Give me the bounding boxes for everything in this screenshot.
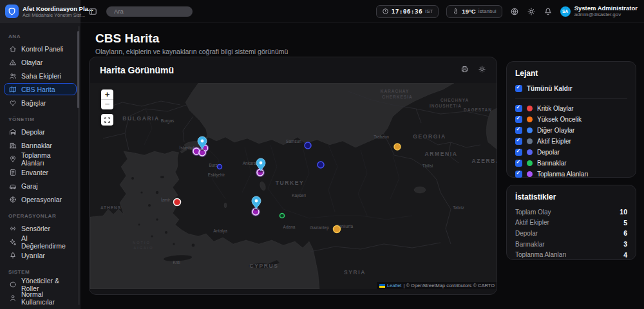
stat-value: 6 <box>623 229 627 237</box>
sidebar-item-garaj[interactable]: Garaj <box>4 180 77 192</box>
sidebar-item-sens-rler[interactable]: Sensörler <box>4 222 77 234</box>
map-label: ARMENIA <box>425 151 458 157</box>
map-card-title: Harita Görünümü <box>100 65 174 75</box>
legend-item[interactable]: Aktif Ekipler <box>515 136 627 146</box>
zoom-out-button[interactable]: − <box>101 100 113 109</box>
map-marker-high[interactable] <box>394 144 401 150</box>
sidebar-item-operasyonlar[interactable]: Operasyonlar <box>4 193 77 205</box>
sidebar-item-uyar-lar[interactable]: Uyarılar <box>4 249 77 261</box>
stat-label: Depolar <box>515 230 538 237</box>
weather-city: İstanbul <box>478 8 497 14</box>
legend-select-all[interactable]: Tümünü Kaldır <box>515 83 627 93</box>
checkbox-checked-icon[interactable] <box>515 127 522 134</box>
legend-item-label: Barınaklar <box>537 160 567 167</box>
sidebar-item-label: Toplanma Alanları <box>21 151 71 167</box>
map[interactable]: BULGARIAKARACHAYCHERKESIACHECHNYAINGUSHE… <box>90 83 497 289</box>
zoom-in-button[interactable]: + <box>101 89 113 100</box>
map-label: İzmir <box>161 197 171 202</box>
sidebar-item-envanter[interactable]: Envanter <box>4 166 77 178</box>
checkbox-checked-icon[interactable] <box>515 171 522 178</box>
map-label: Ankara <box>243 161 256 165</box>
stat-label: Barınaklar <box>515 241 545 248</box>
stat-label: Toplam Olay <box>515 209 551 216</box>
map-marker-high[interactable] <box>334 226 341 233</box>
map-label: Tabriz <box>453 205 464 210</box>
stat-row: Aktif Ekipler5 <box>515 218 627 229</box>
clipboard-icon <box>9 169 17 176</box>
sidebar-item-bar-naklar[interactable]: Barınaklar <box>4 139 77 151</box>
sidebar-item-normal-kullan-c-lar[interactable]: Normal Kullanıcılar <box>4 292 77 304</box>
sidebar-item-saha-ekipleri[interactable]: Saha Ekipleri <box>4 70 77 82</box>
sidebar-item-kontrol-paneli[interactable]: Kontrol Paneli <box>4 42 77 55</box>
map-marker-warehouse[interactable] <box>305 142 311 149</box>
legend-divider <box>515 98 627 98</box>
legend-item[interactable]: Yüksek Öncelik <box>515 114 627 124</box>
alert-icon <box>9 59 17 66</box>
language-globe-icon[interactable] <box>510 7 519 16</box>
map-card: Harita Görünümü <box>89 57 497 295</box>
time-value: 17:06:36 <box>392 8 422 15</box>
stat-label: Aktif Ekipler <box>515 219 549 226</box>
stat-row: Toplanma Alanları4 <box>515 249 627 260</box>
map-marker-assembly[interactable] <box>257 169 263 176</box>
search-input[interactable] <box>106 6 193 17</box>
sidebar-section-label: YÖNETIM <box>4 110 77 126</box>
circle-icon <box>9 281 17 288</box>
map-label: NOTIO <box>133 241 150 245</box>
legend-item[interactable]: Diğer Olaylar <box>515 125 627 135</box>
legend-item-label: Toplanma Alanları <box>537 171 589 178</box>
legend-item[interactable]: Barınaklar <box>515 158 627 168</box>
legend-item-label: Yüksek Öncelik <box>537 116 582 123</box>
sidebar-item-olaylar[interactable]: Olaylar <box>4 56 77 68</box>
legend-item[interactable]: Kritik Olaylar <box>515 103 627 113</box>
user-menu[interactable]: SA System Administrator admin@disaster.g… <box>560 5 638 18</box>
user-name: System Administrator <box>574 5 638 12</box>
checkbox-checked-icon[interactable] <box>515 116 522 123</box>
map-marker-warehouse[interactable] <box>218 165 222 169</box>
zoom-control: + − <box>101 89 113 109</box>
sidebar-item-cbs-harita[interactable]: CBS Harita <box>4 83 77 95</box>
map-marker-critical[interactable] <box>174 199 181 206</box>
sidebar-item-ba-lar[interactable]: Bağışlar <box>4 97 77 109</box>
user-email: admin@disaster.gov <box>574 12 638 18</box>
fullscreen-button[interactable] <box>101 114 113 126</box>
building-icon <box>9 142 17 149</box>
sidebar-item-toplanma-alanlar-[interactable]: Toplanma Alanları <box>4 153 77 165</box>
theme-sun-icon[interactable] <box>527 7 536 16</box>
map-label: DAGESTAN <box>464 108 492 112</box>
stat-row: Depolar6 <box>515 228 627 239</box>
map-marker-warehouse[interactable] <box>317 162 324 168</box>
statistics-panel: İstatistikler Toplam Olay10Aktif Ekipler… <box>506 185 636 260</box>
legend-item[interactable]: Depolar <box>515 147 627 157</box>
legend-color-dot <box>527 138 533 144</box>
pin-icon <box>9 155 17 163</box>
legend-color-dot <box>527 106 533 111</box>
checkbox-checked-icon[interactable] <box>515 160 522 167</box>
page-title: CBS Harita <box>95 32 159 46</box>
legend-item[interactable]: Toplanma Alanları <box>515 169 627 179</box>
warehouse-icon <box>9 128 17 136</box>
notifications-bell-icon[interactable] <box>544 7 553 16</box>
legend-item-label: Aktif Ekipler <box>537 138 571 145</box>
leaflet-link[interactable]: Leaflet <box>387 283 402 288</box>
legend-color-dot <box>527 127 533 133</box>
sidebar-item-y-neticiler-roller[interactable]: Yöneticiler & Roller <box>4 278 77 290</box>
timezone-label: IST <box>425 8 433 14</box>
checkbox-checked-icon[interactable] <box>515 149 522 156</box>
stat-value: 10 <box>620 208 627 216</box>
map-icon <box>9 86 17 93</box>
sidebar-item-ai-de-erlendirme[interactable]: AI Değerlendirme <box>4 236 77 248</box>
avatar[interactable]: SA <box>560 6 571 17</box>
sidebar-item-label: Barınaklar <box>21 142 52 149</box>
map-label: CHECHNYA <box>440 98 469 102</box>
checkbox-checked-icon[interactable] <box>515 105 522 112</box>
checkbox-checked-icon[interactable] <box>515 138 522 145</box>
sidebar-toggle-icon[interactable] <box>88 7 97 16</box>
map-theme-sun-icon[interactable] <box>478 64 486 76</box>
checkbox-checked-icon[interactable] <box>515 85 522 92</box>
sidebar-item-depolar[interactable]: Depolar <box>4 126 77 138</box>
map-marker-shelter[interactable] <box>280 214 285 218</box>
sidebar-scrollbar[interactable] <box>78 26 80 305</box>
print-icon[interactable] <box>460 64 469 76</box>
sidebar-item-label: Kontrol Paneli <box>21 45 63 53</box>
